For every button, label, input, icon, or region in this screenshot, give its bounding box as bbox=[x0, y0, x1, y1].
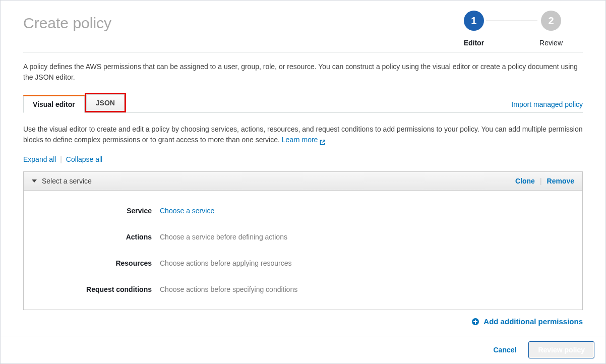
add-additional-permissions-link[interactable]: Add additional permissions bbox=[471, 317, 583, 326]
permission-block-actions: Clone | Remove bbox=[515, 177, 574, 185]
resources-label: Resources bbox=[34, 259, 160, 267]
resources-value: Choose actions before applying resources bbox=[160, 259, 292, 267]
learn-more-label: Learn more bbox=[282, 135, 318, 145]
row-actions: Actions Choose a service before defining… bbox=[34, 224, 572, 250]
separator: | bbox=[540, 177, 542, 185]
clone-link[interactable]: Clone bbox=[515, 177, 535, 185]
permission-block-title: Select a service bbox=[42, 177, 92, 185]
expand-collapse-controls: Expand all | Collapse all bbox=[23, 155, 583, 163]
step-circle-icon: 1 bbox=[464, 11, 484, 31]
row-resources: Resources Choose actions before applying… bbox=[34, 250, 572, 276]
step-label: Review bbox=[539, 39, 563, 47]
page-title: Create policy bbox=[23, 15, 111, 32]
cancel-button[interactable]: Cancel bbox=[491, 342, 518, 358]
permission-block: Select a service Clone | Remove Service … bbox=[23, 171, 583, 310]
tab-label: Visual editor bbox=[33, 100, 75, 108]
conditions-label: Request conditions bbox=[34, 285, 160, 293]
step-connector bbox=[486, 21, 537, 21]
service-label: Service bbox=[34, 207, 160, 215]
annotation-highlight: JSON bbox=[85, 93, 126, 112]
tab-row: Visual editor JSON Import managed policy bbox=[23, 93, 583, 113]
wizard-step-editor[interactable]: 1 Editor bbox=[464, 11, 484, 47]
learn-more-link[interactable]: Learn more bbox=[282, 135, 325, 145]
step-label: Editor bbox=[464, 39, 484, 47]
expand-all-link[interactable]: Expand all bbox=[23, 155, 56, 163]
tab-json[interactable]: JSON bbox=[86, 94, 125, 111]
plus-circle-icon bbox=[471, 318, 479, 326]
step-circle-icon: 2 bbox=[541, 11, 561, 31]
intro-text: A policy defines the AWS permissions tha… bbox=[23, 62, 583, 83]
collapse-all-link[interactable]: Collapse all bbox=[66, 155, 102, 163]
add-permissions-row: Add additional permissions bbox=[23, 317, 583, 327]
header-row: Create policy 1 Editor 2 Review bbox=[23, 11, 583, 47]
remove-link[interactable]: Remove bbox=[547, 177, 574, 185]
import-managed-policy-link[interactable]: Import managed policy bbox=[511, 96, 583, 112]
row-service: Service Choose a service bbox=[34, 198, 572, 224]
wizard-step-review[interactable]: 2 Review bbox=[539, 11, 563, 47]
main-container: Create policy 1 Editor 2 Review A policy… bbox=[1, 1, 605, 327]
permission-block-header[interactable]: Select a service Clone | Remove bbox=[24, 172, 582, 191]
external-link-icon bbox=[320, 138, 325, 143]
caret-down-icon bbox=[32, 179, 37, 183]
tab-visual-editor[interactable]: Visual editor bbox=[23, 95, 85, 113]
separator: | bbox=[60, 155, 62, 163]
editor-description: Use the visual editor to create and edit… bbox=[23, 124, 583, 145]
permission-block-body: Service Choose a service Actions Choose … bbox=[24, 191, 582, 310]
add-permissions-label: Add additional permissions bbox=[483, 317, 583, 326]
row-request-conditions: Request conditions Choose actions before… bbox=[34, 276, 572, 302]
actions-label: Actions bbox=[34, 233, 160, 241]
wizard-stepper: 1 Editor 2 Review bbox=[464, 11, 583, 47]
review-policy-button[interactable]: Review policy bbox=[528, 341, 594, 358]
choose-service-link[interactable]: Choose a service bbox=[160, 207, 214, 215]
conditions-value: Choose actions before specifying conditi… bbox=[160, 285, 297, 293]
footer: Cancel Review policy bbox=[1, 336, 605, 363]
divider bbox=[23, 52, 583, 52]
tab-label: JSON bbox=[96, 99, 115, 107]
actions-value: Choose a service before defining actions bbox=[160, 233, 287, 241]
